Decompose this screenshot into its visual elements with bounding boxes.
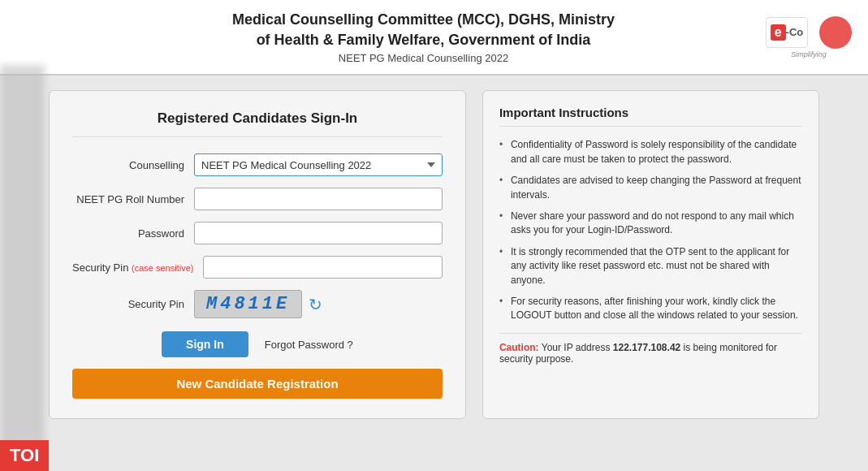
password-label: Password [72, 227, 194, 240]
security-pin-input-row: Security Pin (case sensitive) [72, 256, 443, 279]
instructions-card: Important Instructions Confidentiality o… [482, 90, 819, 419]
login-card-title: Registered Candidates Sign-In [72, 110, 443, 137]
security-pin-label: Security Pin (case sensitive) [72, 261, 203, 274]
side-blur-left [0, 65, 45, 471]
header-title-block: Medical Counselling Committee (MCC), DGH… [81, 10, 766, 64]
list-item: For security reasons, after finishing yo… [499, 295, 802, 323]
roll-number-row: NEET PG Roll Number [72, 188, 443, 210]
counselling-select[interactable]: NEET PG Medical Counselling 2022 [194, 153, 443, 176]
refresh-captcha-button[interactable]: ↻ [309, 295, 322, 314]
captcha-image: M4811E [194, 290, 302, 318]
forgot-password-link[interactable]: Forgot Password ? [265, 339, 353, 351]
caution-box: Caution: Your IP address 122.177.108.42 … [499, 333, 802, 365]
roll-number-label: NEET PG Roll Number [72, 193, 194, 205]
toi-badge: TOI [0, 440, 49, 471]
instructions-title: Important Instructions [499, 106, 802, 127]
login-card: Registered Candidates Sign-In Counsellin… [49, 90, 466, 419]
page-subtitle: NEET PG Medical Counselling 2022 [81, 52, 766, 64]
action-buttons-row: Sign In Forgot Password ? [72, 331, 443, 357]
roll-number-input[interactable] [194, 188, 443, 210]
logo-icon: e -Co [766, 17, 808, 48]
signin-button[interactable]: Sign In [162, 331, 248, 357]
instructions-list: Confidentiality of Password is solely re… [499, 138, 802, 322]
captcha-container: M4811E ↻ [194, 290, 322, 318]
counselling-label: Counselling [72, 159, 194, 171]
password-input[interactable] [194, 222, 443, 244]
caution-label: Caution: [499, 342, 539, 353]
captcha-label: Security Pin [72, 298, 194, 310]
caution-ip: 122.177.108.42 [613, 342, 680, 353]
refresh-icon: ↻ [309, 296, 322, 313]
page-title: Medical Counselling Committee (MCC), DGH… [81, 10, 766, 50]
captcha-row: Security Pin M4811E ↻ [72, 290, 443, 318]
logo-simplifying-text: Simplifying [791, 50, 827, 58]
list-item: Confidentiality of Password is solely re… [499, 138, 802, 166]
page-header: Medical Counselling Committee (MCC), DGH… [0, 0, 868, 76]
new-candidate-button[interactable]: New Candidate Registration [72, 369, 443, 399]
logo-area: e -Co Simplifying [766, 16, 852, 58]
password-row: Password [72, 222, 443, 244]
caution-text: Your IP address [542, 342, 611, 353]
counselling-row: Counselling NEET PG Medical Counselling … [72, 153, 443, 176]
list-item: It is strongly recommended that the OTP … [499, 245, 802, 287]
security-pin-input[interactable] [203, 256, 443, 279]
list-item: Candidates are advised to keep changing … [499, 174, 802, 202]
list-item: Never share your password and do not res… [499, 210, 802, 238]
logo-red-circle [819, 16, 852, 49]
main-content: Registered Candidates Sign-In Counsellin… [0, 76, 868, 434]
